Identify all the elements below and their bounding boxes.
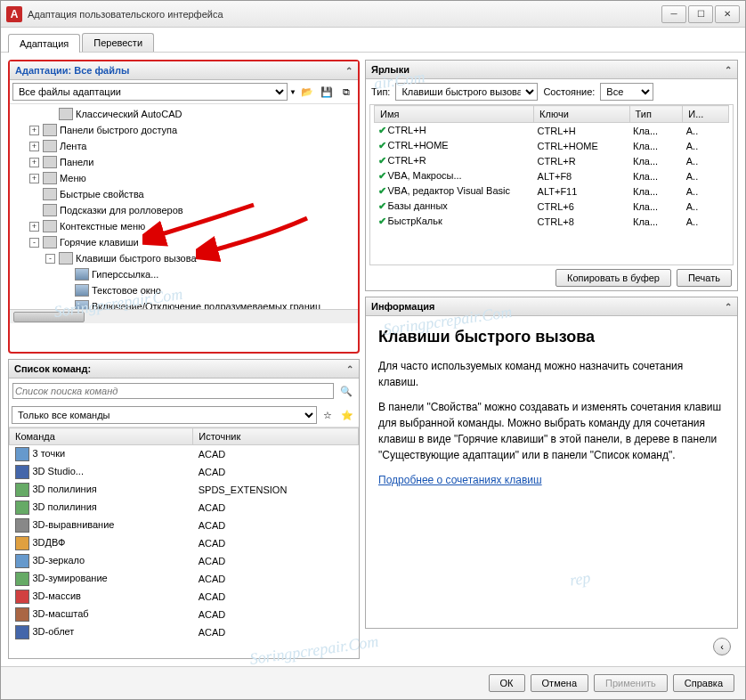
table-row[interactable]: 3D-масштабACAD bbox=[10, 606, 359, 623]
copy-buffer-button[interactable]: Копировать в буфер bbox=[555, 269, 671, 287]
info-p1: Для часто используемых команд можно назн… bbox=[378, 358, 725, 390]
col-name[interactable]: Имя bbox=[375, 106, 534, 123]
tree-item[interactable]: Текстовое окно bbox=[13, 282, 354, 298]
table-row[interactable]: 3DДВФACAD bbox=[10, 534, 359, 552]
tree-item[interactable]: -Горячие клавиши bbox=[13, 234, 354, 250]
sc-keys: ALT+F8 bbox=[534, 168, 629, 183]
type-dropdown[interactable]: Клавиши быстрого вызова bbox=[395, 83, 538, 101]
commands-title: Список команд: bbox=[14, 363, 91, 374]
sc-name: БыстрКальк bbox=[388, 216, 442, 226]
tab-adaptation[interactable]: Адаптация bbox=[8, 34, 80, 53]
table-row[interactable]: ✔VBA, Макросы...ALT+F8Кла...A.. bbox=[375, 168, 729, 183]
table-row[interactable]: ✔CTRL+HCTRL+HКла...A.. bbox=[375, 123, 729, 139]
tree-expander[interactable]: - bbox=[29, 238, 39, 248]
tree-item[interactable]: +Панели быстрого доступа bbox=[13, 122, 354, 138]
tree-item[interactable]: Быстрые свойства bbox=[13, 186, 354, 202]
command-name: 3 точки bbox=[33, 448, 66, 459]
search-icon[interactable]: 🔍 bbox=[337, 382, 355, 400]
close-button[interactable]: ✕ bbox=[715, 5, 740, 23]
tree-hscroll[interactable] bbox=[10, 309, 358, 323]
sc-src: A.. bbox=[683, 123, 729, 139]
table-row[interactable]: ✔CTRL+HOMECTRL+HOMEКла...A.. bbox=[375, 138, 729, 153]
tree-item[interactable]: Классический AutoCAD bbox=[13, 106, 354, 122]
command-icon bbox=[15, 590, 29, 604]
maximize-button[interactable]: ☐ bbox=[688, 5, 713, 23]
tree-expander[interactable] bbox=[61, 302, 71, 310]
command-filter-dropdown[interactable]: Только все команды bbox=[12, 406, 317, 424]
command-icon bbox=[15, 607, 29, 622]
tree-expander[interactable]: + bbox=[29, 126, 39, 135]
command-name: 3D-облет bbox=[33, 626, 75, 637]
tree-expander[interactable] bbox=[29, 206, 39, 216]
tree-item[interactable]: Подсказки для ролловеров bbox=[13, 202, 354, 218]
tree-expander[interactable]: + bbox=[29, 174, 39, 183]
star-icon[interactable]: ⭐ bbox=[338, 406, 356, 424]
tree-expander[interactable]: - bbox=[45, 254, 55, 264]
table-row[interactable]: 3 точкиACAD bbox=[10, 445, 359, 464]
sync-icon[interactable]: ⧉ bbox=[337, 83, 355, 101]
print-button[interactable]: Печать bbox=[677, 269, 732, 287]
tree-expander[interactable]: + bbox=[29, 222, 39, 232]
tree-expander[interactable] bbox=[45, 110, 55, 119]
tree-item[interactable]: Гиперссылка... bbox=[13, 266, 354, 282]
table-row[interactable]: 3D-зумированиеACAD bbox=[10, 570, 359, 588]
collapse-icon[interactable]: ⌃ bbox=[725, 302, 732, 312]
collapse-icon[interactable]: ⌃ bbox=[346, 364, 353, 374]
tree-item[interactable]: -Клавиши быстрого вызова bbox=[13, 250, 354, 266]
tree-item[interactable]: +Панели bbox=[13, 154, 354, 170]
star-outline-icon[interactable]: ☆ bbox=[319, 406, 337, 424]
col-source[interactable]: Источник bbox=[193, 428, 359, 445]
tree-expander[interactable]: + bbox=[29, 142, 39, 151]
col-keys[interactable]: Ключи bbox=[534, 106, 629, 123]
table-row[interactable]: ✔БыстрКалькCTRL+8Кла...A.. bbox=[375, 214, 729, 229]
tree-item[interactable]: +Меню bbox=[13, 170, 354, 186]
tab-translate[interactable]: Перевести bbox=[82, 33, 154, 52]
commands-table: Команда Источник 3 точкиACAD3D Studio...… bbox=[9, 427, 359, 641]
table-row[interactable]: 3D-массивACAD bbox=[10, 588, 359, 606]
command-search-input[interactable] bbox=[12, 383, 334, 399]
tree-expander[interactable] bbox=[61, 286, 71, 296]
open-icon[interactable]: 📂 bbox=[298, 83, 316, 101]
tree-expander[interactable] bbox=[61, 270, 71, 280]
col-src[interactable]: И... bbox=[683, 106, 729, 123]
cancel-button[interactable]: Отмена bbox=[531, 674, 588, 692]
apply-button[interactable]: Применить bbox=[594, 674, 668, 692]
collapse-icon[interactable]: ⌃ bbox=[345, 66, 353, 76]
table-row[interactable]: 3D-зеркалоACAD bbox=[10, 552, 359, 570]
col-type[interactable]: Тип bbox=[629, 106, 683, 123]
tree-label: Текстовое окно bbox=[92, 282, 161, 298]
tree-node-icon bbox=[75, 284, 89, 297]
table-row[interactable]: 3D-облетACAD bbox=[10, 623, 359, 641]
ok-button[interactable]: ОК bbox=[489, 674, 525, 692]
info-panel: Информация⌃ Клавиши быстрого вызова Для … bbox=[365, 297, 738, 629]
table-row[interactable]: 3D полилинияSPDS_EXTENSION bbox=[10, 481, 359, 499]
tree-label: Контекстные меню bbox=[60, 218, 145, 234]
sc-type: Кла... bbox=[629, 199, 683, 214]
tree-item[interactable]: +Лента bbox=[13, 138, 354, 154]
col-command[interactable]: Команда bbox=[10, 428, 193, 445]
adaptations-dropdown[interactable]: Все файлы адаптации bbox=[12, 83, 288, 101]
sc-name: CTRL+H bbox=[388, 125, 426, 135]
state-dropdown[interactable]: Все bbox=[600, 83, 653, 101]
table-row[interactable]: ✔Базы данныхCTRL+6Кла...A.. bbox=[375, 199, 729, 214]
table-row[interactable]: 3D полилинияACAD bbox=[10, 499, 359, 517]
tree-expander[interactable] bbox=[29, 190, 39, 199]
more-link[interactable]: Подробнее о сочетаниях клавиш bbox=[378, 474, 542, 486]
minimize-button[interactable]: ─ bbox=[661, 5, 686, 23]
collapse-icon[interactable]: ⌃ bbox=[725, 65, 732, 75]
tree-label: Меню bbox=[60, 170, 86, 186]
help-button[interactable]: Справка bbox=[673, 674, 734, 692]
command-source: ACAD bbox=[193, 517, 359, 534]
tree-expander[interactable]: + bbox=[29, 158, 39, 167]
table-row[interactable]: ✔CTRL+RCTRL+RКла...A.. bbox=[375, 153, 729, 168]
table-row[interactable]: 3D-выравниваниеACAD bbox=[10, 517, 359, 534]
table-row[interactable]: 3D Studio...ACAD bbox=[10, 463, 359, 481]
tree-item[interactable]: Включение/Отключение подразумеваемых гра… bbox=[13, 298, 354, 309]
collapse-all-button[interactable]: ‹ bbox=[713, 638, 731, 655]
adaptations-tree[interactable]: Классический AutoCAD+Панели быстрого дос… bbox=[10, 104, 358, 309]
table-row[interactable]: ✔VBA, редактор Visual BasicALT+F11Кла...… bbox=[375, 183, 729, 199]
save-icon[interactable]: 💾 bbox=[318, 83, 336, 101]
adaptations-panel: Адаптации: Все файлы⌃ Все файлы адаптаци… bbox=[8, 60, 360, 354]
adaptations-title: Адаптации: Все файлы bbox=[15, 65, 129, 76]
tree-item[interactable]: +Контекстные меню bbox=[13, 218, 354, 234]
